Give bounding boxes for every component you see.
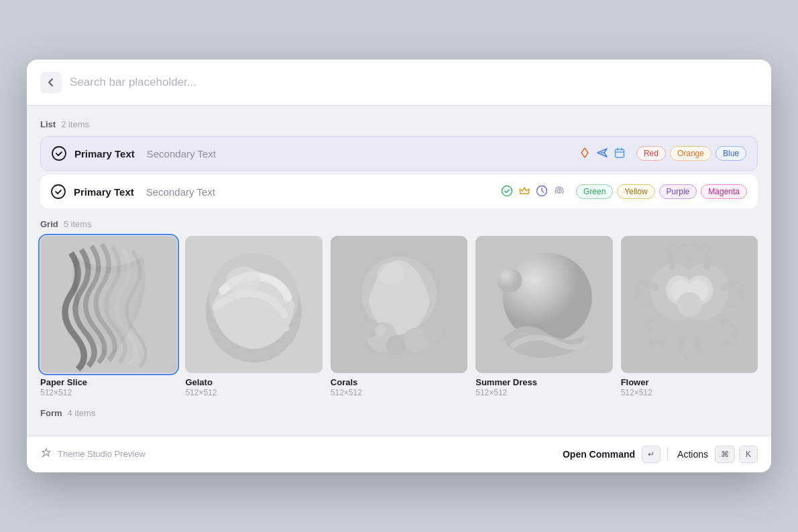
svg-point-18	[374, 325, 385, 336]
grid-item-paper-slice[interactable]: Paper Slice 512×512	[40, 236, 177, 397]
cmd-key: ⌘	[715, 446, 735, 463]
main-window: Search bar placeholder... List 2 items P…	[27, 60, 771, 472]
grid-thumb-paper-slice	[40, 236, 177, 373]
footer-divider	[667, 448, 668, 461]
tag-red: Red	[636, 146, 666, 161]
clock-icon	[536, 185, 548, 199]
grid-thumb-gelato	[185, 236, 322, 373]
list-item-tags: Red Orange Blue	[636, 146, 746, 161]
grid-item-label: Flower	[621, 377, 758, 387]
calendar-icon	[614, 147, 626, 161]
svg-point-23	[498, 268, 522, 293]
tag-magenta: Magenta	[701, 184, 747, 199]
grid-item-label: Gelato	[185, 377, 322, 387]
back-button[interactable]	[40, 72, 62, 93]
grid-item-size: 512×512	[475, 388, 612, 397]
plane-icon	[596, 147, 608, 161]
list-count: 2 items	[61, 119, 89, 129]
list-item-icons: Green Yellow Purple Magenta	[501, 184, 747, 199]
list-item-secondary: Secondary Text	[147, 148, 216, 159]
grid-item-label: Paper Slice	[40, 377, 177, 387]
form-count: 4 items	[68, 408, 96, 418]
grid-thumb-flower	[621, 236, 758, 373]
actions-label: Actions	[677, 449, 708, 460]
grid-item-size: 512×512	[185, 388, 322, 397]
form-section-header: Form 4 items	[40, 408, 758, 418]
list-item-secondary: Secondary Text	[146, 186, 215, 198]
grid-item-label: Summer Dress	[475, 377, 612, 387]
svg-point-16	[386, 336, 406, 356]
grid-item-summer-dress[interactable]: Summer Dress 512×512	[475, 236, 612, 397]
svg-point-15	[421, 321, 443, 343]
check-circle-icon	[501, 185, 513, 199]
tag-orange: Orange	[670, 146, 711, 161]
grid-section: Grid 5 items	[40, 219, 758, 397]
svg-rect-1	[615, 149, 624, 157]
check-icon	[51, 184, 66, 199]
svg-point-9	[227, 267, 261, 294]
grid-item-corals[interactable]: Corals 512×512	[331, 236, 467, 397]
grid-count: 5 items	[64, 219, 92, 229]
search-placeholder[interactable]: Search bar placeholder...	[70, 76, 196, 89]
footer: Theme Studio Preview Open Command ↵ Acti…	[27, 436, 771, 472]
footer-left: Theme Studio Preview	[40, 447, 556, 462]
grid-item-gelato[interactable]: Gelato 512×512	[185, 236, 322, 397]
grid-section-header: Grid 5 items	[40, 219, 758, 229]
tag-green: Green	[576, 184, 613, 199]
list-item-icons: Red Orange Blue	[579, 146, 746, 161]
grid-item-size: 512×512	[40, 388, 177, 397]
list-section-header: List 2 items	[40, 119, 758, 129]
grid-thumb-corals	[331, 236, 467, 373]
fingerprint-icon	[553, 185, 565, 199]
diamond-icon	[579, 147, 591, 161]
grid-item-size: 512×512	[621, 388, 758, 397]
list-item-primary: Primary Text	[74, 148, 135, 159]
crown-icon	[518, 185, 530, 199]
tag-blue: Blue	[716, 146, 746, 161]
svg-point-3	[502, 186, 512, 196]
list-item-primary: Primary Text	[74, 186, 134, 198]
list-item[interactable]: Primary Text Secondary Text	[40, 136, 758, 171]
footer-title: Theme Studio Preview	[58, 449, 146, 459]
list-title: List	[40, 119, 56, 129]
enter-key: ↵	[642, 446, 661, 463]
list-item[interactable]: Primary Text Secondary Text	[40, 175, 758, 208]
svg-point-17	[377, 263, 404, 285]
list-section: List 2 items Primary Text Secondary Text	[40, 119, 758, 208]
grid-item-flower[interactable]: Flower 512×512	[621, 236, 758, 397]
svg-point-0	[52, 147, 66, 160]
grid-container: Paper Slice 512×512	[40, 236, 758, 397]
check-icon	[52, 146, 66, 161]
form-section: Form 4 items	[40, 408, 758, 418]
tag-yellow: Yellow	[617, 184, 654, 199]
svg-point-21	[503, 253, 592, 342]
grid-item-size: 512×512	[331, 388, 467, 397]
search-bar: Search bar placeholder...	[27, 60, 771, 106]
svg-point-25	[677, 292, 701, 317]
open-command-label: Open Command	[563, 449, 635, 460]
svg-point-2	[52, 185, 65, 198]
k-key: K	[739, 446, 758, 463]
footer-right: Open Command ↵ Actions ⌘ K	[563, 446, 758, 463]
form-title: Form	[40, 408, 62, 418]
grid-thumb-summer-dress	[475, 236, 612, 373]
grid-title: Grid	[40, 219, 58, 229]
list-item-tags: Green Yellow Purple Magenta	[576, 184, 747, 199]
content-area: List 2 items Primary Text Secondary Text	[27, 106, 771, 435]
theme-studio-icon	[40, 447, 52, 462]
tag-purple: Purple	[659, 184, 697, 199]
grid-item-label: Corals	[331, 377, 467, 387]
